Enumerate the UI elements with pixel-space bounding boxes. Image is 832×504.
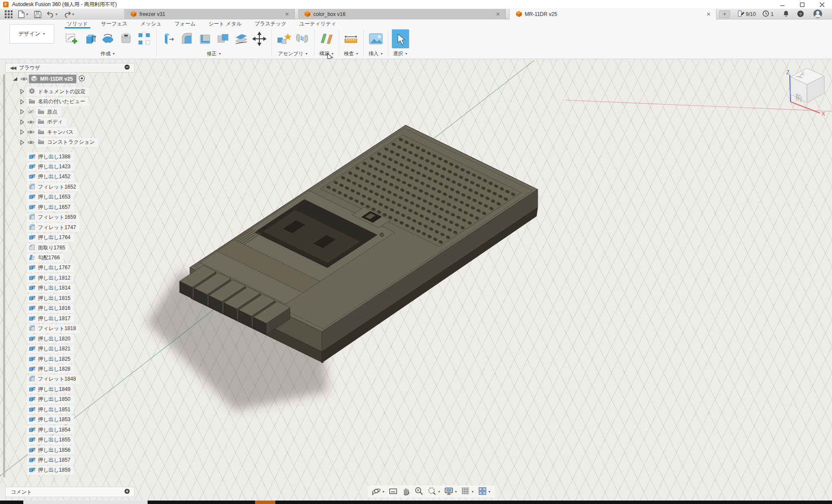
- env-tab-[interactable]: ユーティリティ: [293, 20, 343, 28]
- add-comment-button[interactable]: [124, 488, 130, 495]
- feature-row[interactable]: 押し出し1452: [27, 173, 74, 181]
- redo-icon[interactable]: ▼: [62, 9, 76, 19]
- close-tab-icon[interactable]: ✕: [284, 11, 290, 17]
- select-cursor-button[interactable]: [392, 29, 409, 48]
- grid-settings-button[interactable]: ▼: [460, 485, 476, 498]
- feature-row[interactable]: フィレット1652: [27, 183, 79, 191]
- minimize-button[interactable]: [772, 0, 792, 9]
- collapse-browser-icon[interactable]: ◀◀: [10, 65, 16, 71]
- env-tab-[interactable]: フォーム: [168, 20, 202, 28]
- feature-row[interactable]: 勾配1766: [27, 254, 63, 262]
- feature-row[interactable]: 押し出し1815: [27, 294, 74, 302]
- orbit-button[interactable]: ▼: [370, 485, 386, 498]
- viewports-button[interactable]: ▼: [476, 485, 492, 498]
- env-tab-[interactable]: プラスチック: [248, 20, 293, 28]
- browser-scrollbar[interactable]: [3, 74, 5, 477]
- job-status-badge[interactable]: 1: [762, 9, 774, 19]
- new-tab-button[interactable]: +: [719, 10, 730, 18]
- view-cube[interactable]: Z X 上 前 右: [780, 65, 832, 117]
- expand-caret[interactable]: [19, 99, 25, 104]
- expand-caret[interactable]: [19, 129, 25, 135]
- env-tab-[interactable]: サーフェス: [95, 20, 134, 28]
- doc-tab-freezer-v31[interactable]: freezer v31✕: [124, 9, 295, 19]
- new-component-button[interactable]: [275, 29, 293, 48]
- browser-folder-row[interactable]: コンストラクション: [19, 138, 98, 147]
- feature-row[interactable]: 押し出し1849: [27, 385, 74, 394]
- feature-row[interactable]: 押し出し1764: [27, 233, 74, 242]
- pattern-button[interactable]: [136, 29, 153, 48]
- feature-row[interactable]: 押し出し1859: [27, 466, 74, 475]
- browser-panel-header[interactable]: ◀◀ ブラウザ: [5, 63, 135, 72]
- env-tab-[interactable]: シート メタル: [202, 20, 248, 28]
- feature-row[interactable]: 押し出し1825: [27, 355, 74, 363]
- notifications-button[interactable]: [782, 9, 790, 19]
- ribbon-group-dropdown[interactable]: 作成▼: [101, 50, 115, 57]
- feature-row[interactable]: 押し出し1854: [27, 425, 74, 434]
- look-at-button[interactable]: [387, 485, 399, 498]
- hole-button[interactable]: [117, 29, 135, 48]
- undo-icon[interactable]: ▼: [45, 9, 60, 19]
- split-button[interactable]: [233, 29, 250, 48]
- eye-icon[interactable]: [20, 76, 28, 82]
- measure-button[interactable]: [343, 29, 360, 48]
- feature-row[interactable]: 押し出し1821: [27, 345, 74, 353]
- extrude-button[interactable]: [81, 29, 98, 48]
- feature-row[interactable]: 押し出し1816: [27, 304, 74, 313]
- doc-tab-color_box-v16[interactable]: color_box v16✕: [298, 9, 506, 19]
- help-button[interactable]: ?: [797, 9, 804, 19]
- fillet-button[interactable]: [178, 29, 195, 48]
- save-icon[interactable]: [33, 9, 43, 19]
- feature-row[interactable]: 押し出し1657: [27, 203, 74, 211]
- env-tab-[interactable]: メッシュ: [134, 20, 168, 28]
- workspace-dropdown[interactable]: デザイン ▼: [9, 24, 54, 44]
- move-button[interactable]: [251, 29, 268, 48]
- eye-icon[interactable]: [27, 120, 35, 125]
- fit-button[interactable]: ▼: [426, 485, 442, 498]
- viewport-canvas[interactable]: ◀◀ ブラウザ MR-11DR v25ドキュメントの設定名前の付いたビュー原点ボ…: [0, 59, 832, 501]
- pan-button[interactable]: [400, 485, 412, 498]
- shell-button[interactable]: [196, 29, 214, 48]
- joint-button[interactable]: [293, 29, 311, 48]
- feature-row[interactable]: 押し出し1856: [27, 446, 74, 454]
- ribbon-group-dropdown[interactable]: 検査▼: [344, 50, 359, 57]
- env-tab-active[interactable]: ソリッド: [60, 20, 95, 28]
- construction-plane-button[interactable]: [318, 29, 335, 48]
- expand-caret[interactable]: [19, 89, 25, 94]
- feature-row[interactable]: 押し出し1388: [27, 152, 74, 161]
- app-grid-icon[interactable]: [3, 9, 14, 19]
- feature-row[interactable]: フィレット1747: [27, 223, 79, 232]
- feature-row[interactable]: 押し出し1828: [27, 365, 74, 373]
- expand-caret[interactable]: [19, 140, 25, 145]
- browser-minimize-icon[interactable]: [124, 64, 130, 71]
- file-new-icon[interactable]: ▼: [16, 9, 30, 19]
- eye-icon[interactable]: [27, 129, 35, 135]
- ribbon-group-dropdown[interactable]: 修正▼: [207, 50, 221, 57]
- revolve-button[interactable]: [99, 29, 117, 48]
- feature-row[interactable]: 押し出し1814: [27, 284, 74, 293]
- user-avatar[interactable]: [813, 9, 823, 19]
- feature-row[interactable]: フィレット1659: [27, 213, 79, 222]
- feature-row[interactable]: 押し出し1855: [27, 436, 74, 444]
- browser-folder-row[interactable]: 名前の付いたビュー: [19, 98, 88, 106]
- feature-row[interactable]: 押し出し1817: [27, 314, 74, 323]
- expand-caret[interactable]: [19, 120, 25, 125]
- edit-quota-badge[interactable]: 9/10: [737, 9, 756, 19]
- expand-caret[interactable]: [12, 76, 18, 82]
- maximize-button[interactable]: [792, 0, 812, 9]
- feature-row[interactable]: 押し出し1423: [27, 162, 74, 171]
- ribbon-group-dropdown[interactable]: 構築▼: [319, 50, 334, 57]
- eye-icon[interactable]: [27, 109, 35, 114]
- feature-row[interactable]: 押し出し1812: [27, 274, 74, 282]
- ribbon-group-dropdown[interactable]: アセンブリ▼: [278, 50, 308, 57]
- browser-folder-row[interactable]: ボディ: [19, 118, 66, 126]
- feature-row[interactable]: 押し出し1767: [27, 264, 74, 272]
- feature-row[interactable]: フィレット1818: [27, 324, 79, 333]
- close-button[interactable]: [812, 0, 832, 9]
- browser-folder-row[interactable]: ドキュメントの設定: [19, 87, 89, 96]
- activate-target-icon[interactable]: [79, 75, 85, 83]
- close-tab-icon[interactable]: ✕: [706, 11, 712, 17]
- feature-row[interactable]: 面取り1765: [27, 243, 69, 252]
- zoom-button[interactable]: [413, 485, 425, 498]
- insert-image-button[interactable]: [367, 29, 384, 48]
- ribbon-group-dropdown[interactable]: 挿入▼: [369, 50, 383, 57]
